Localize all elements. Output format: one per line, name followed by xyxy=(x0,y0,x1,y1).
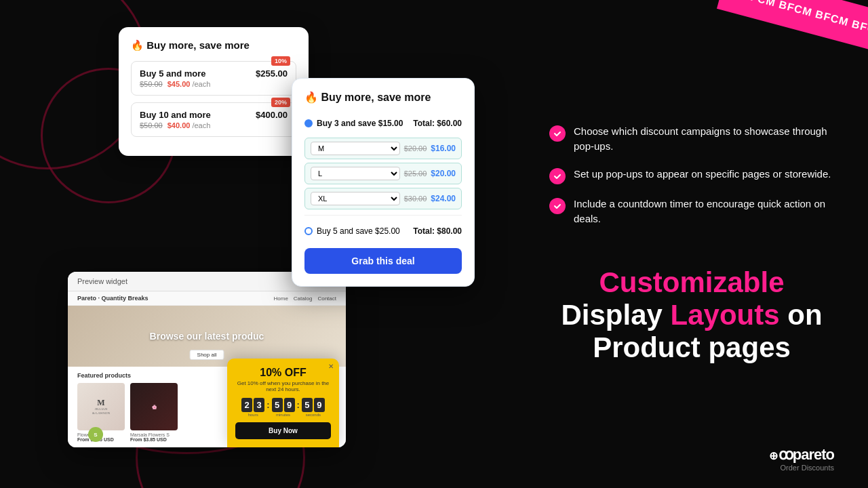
check-icon-3 xyxy=(549,198,566,214)
product-2: 🌸 Marsala Flowers S From $3.85 USD xyxy=(130,383,178,442)
shopify-badge: S xyxy=(88,427,103,442)
deal-sub-2: $50.00 $40.00 /each xyxy=(140,121,288,129)
hours-group: 2 3 hours xyxy=(241,398,264,417)
per-label-1: /each xyxy=(192,80,210,88)
check-icon-2 xyxy=(549,168,566,184)
minutes-digit-2: 9 xyxy=(284,398,295,412)
grab-deal-button[interactable]: Grab this deal xyxy=(304,248,462,274)
size-select-XL[interactable]: XL xyxy=(311,192,400,205)
feature-item-2: Set up pop-ups to appear on specific pag… xyxy=(549,167,834,184)
headline: Customizable Display Layouts on Product … xyxy=(549,266,834,365)
headline-line3: Product pages xyxy=(549,331,834,364)
brand-block: ⊕ꝏpareto Order Discounts xyxy=(769,446,834,472)
option1-label: Buy 3 and save $15.00 xyxy=(317,119,403,128)
feature-text-3: Include a countdown timer to encourage q… xyxy=(574,197,834,227)
disc-price-XL: $24.00 xyxy=(431,194,456,203)
branding: ⊕ꝏpareto Order Discounts xyxy=(769,446,834,472)
disc-price-L: $20.00 xyxy=(431,169,456,178)
right-panel: Choose which discount campaigns to showc… xyxy=(515,0,868,488)
radio-option2 xyxy=(304,227,313,235)
product-price-2: From $3.85 USD xyxy=(130,437,178,442)
orig-price-XL: $30.00 xyxy=(404,195,427,203)
option2-label: Buy 5 and save $25.00 xyxy=(317,226,400,236)
preview-widget-card: Preview widget Pareto · Quantity Breaks … xyxy=(68,272,346,447)
seconds-digit-1: 5 xyxy=(302,398,313,412)
divider xyxy=(304,215,462,216)
option-row-1[interactable]: Buy 3 and save $15.00 Total: $60.00 xyxy=(304,113,462,134)
card-buy-more-back: 🔥 Buy more, save more 10% Buy 5 and more… xyxy=(119,27,309,156)
discounted-price-2: $40.00 xyxy=(167,121,191,129)
popup-subtitle: Get 10% off when you purchase in the nex… xyxy=(235,380,331,392)
orig-price-L: $25.00 xyxy=(404,169,427,178)
deal-label-2: Buy 10 and more xyxy=(140,110,211,120)
features-list: Choose which discount campaigns to showc… xyxy=(549,124,834,239)
nav-contact[interactable]: Contact xyxy=(317,296,336,302)
product-thumb-2: 🌸 xyxy=(130,383,178,430)
card1-title: 🔥 Buy more, save more xyxy=(131,39,296,52)
seconds-digit-2: 9 xyxy=(314,398,325,412)
card3-nav: Pareto · Quantity Breaks Home Catalog Co… xyxy=(68,291,346,306)
headline-on: on xyxy=(780,299,823,331)
size-select-L[interactable]: L xyxy=(311,167,400,180)
brand-sub: Order Discounts xyxy=(769,464,834,472)
nav-links: Home Catalog Contact xyxy=(274,296,337,302)
seconds-group: 5 9 seconds xyxy=(302,398,325,417)
countdown-popup: ✕ 10% OFF Get 10% off when you purchase … xyxy=(227,359,339,447)
popup-title: 10% OFF xyxy=(235,367,331,379)
deal-label-1: Buy 5 and more xyxy=(140,68,206,79)
deal-price-1: $255.00 xyxy=(256,68,288,79)
feature-text-2: Set up pop-ups to appear on specific pag… xyxy=(574,167,831,182)
feature-text-1: Choose which discount campaigns to showc… xyxy=(574,124,834,155)
left-panel: 🔥 Buy more, save more 10% Buy 5 and more… xyxy=(0,0,515,488)
feature-item-1: Choose which discount campaigns to showc… xyxy=(549,124,834,155)
badge-20: 20% xyxy=(271,98,290,107)
badge-10: 10% xyxy=(271,56,290,66)
size-row-M: M $20.00 $16.00 xyxy=(304,138,462,159)
nav-catalog[interactable]: Catalog xyxy=(294,296,313,302)
hours-label: hours xyxy=(248,413,258,417)
product-thumb-1: M JILLIAN& LAWSON xyxy=(77,383,125,430)
size-select-M[interactable]: M xyxy=(311,142,400,155)
deal-row-1: 10% Buy 5 and more $255.00 $50.00 $45.00… xyxy=(131,61,296,96)
minutes-digit-1: 5 xyxy=(272,398,283,412)
hours-digit-2: 3 xyxy=(254,398,264,412)
shop-all-btn[interactable]: Shop all xyxy=(190,350,224,360)
headline-layouts: Layouts xyxy=(671,299,780,331)
headline-display: Display xyxy=(561,299,670,331)
disc-price-M: $16.00 xyxy=(431,144,456,153)
card2-title: 🔥 Buy more, save more xyxy=(304,91,462,104)
check-icon-1 xyxy=(549,125,566,142)
card3-hero: Browse our latest produc Shop all xyxy=(68,306,346,367)
orig-price-M: $20.00 xyxy=(404,144,427,152)
option1-total: Total: $60.00 xyxy=(413,119,462,128)
option-row-2[interactable]: Buy 5 and save $25.00 Total: $80.00 xyxy=(304,221,462,241)
brand-logo: ⊕ꝏpareto xyxy=(769,446,834,464)
feature-item-3: Include a countdown timer to encourage q… xyxy=(549,197,834,227)
headline-customizable: Customizable xyxy=(599,266,784,298)
headline-line1: Customizable xyxy=(549,266,834,299)
nav-home[interactable]: Home xyxy=(274,296,288,302)
hero-text: Browse our latest produc xyxy=(150,331,264,342)
countdown-timer: 2 3 hours : 5 9 minutes : 5 xyxy=(235,398,331,417)
per-label-2: /each xyxy=(192,121,210,129)
option2-total: Total: $80.00 xyxy=(413,226,462,236)
colon-2: : xyxy=(297,398,300,410)
minutes-label: minutes xyxy=(276,413,290,417)
radio-option1 xyxy=(304,119,313,127)
hours-digit-1: 2 xyxy=(241,398,252,412)
seconds-label: seconds xyxy=(306,413,321,417)
headline-line2: Display Layouts on xyxy=(549,299,834,331)
popup-close-btn[interactable]: ✕ xyxy=(328,363,334,370)
size-row-XL: XL $30.00 $24.00 xyxy=(304,188,462,209)
buy-now-button[interactable]: Buy Now xyxy=(235,422,331,439)
card-popup-buy-more: 🔥 Buy more, save more Buy 3 and save $15… xyxy=(292,78,475,287)
nav-logo: Pareto · Quantity Breaks xyxy=(77,295,149,302)
product-name-2: Marsala Flowers S xyxy=(130,432,178,437)
colon-1: : xyxy=(267,398,269,410)
size-rows: M $20.00 $16.00 L $25.00 $20.00 XL $30.0… xyxy=(304,138,462,209)
original-price-2: $50.00 xyxy=(140,121,163,129)
deal-sub-1: $50.00 $45.00 /each xyxy=(140,80,288,88)
size-row-L: L $25.00 $20.00 xyxy=(304,163,462,184)
deal-price-2: $400.00 xyxy=(256,110,288,120)
discounted-price-1: $45.00 xyxy=(167,80,191,88)
